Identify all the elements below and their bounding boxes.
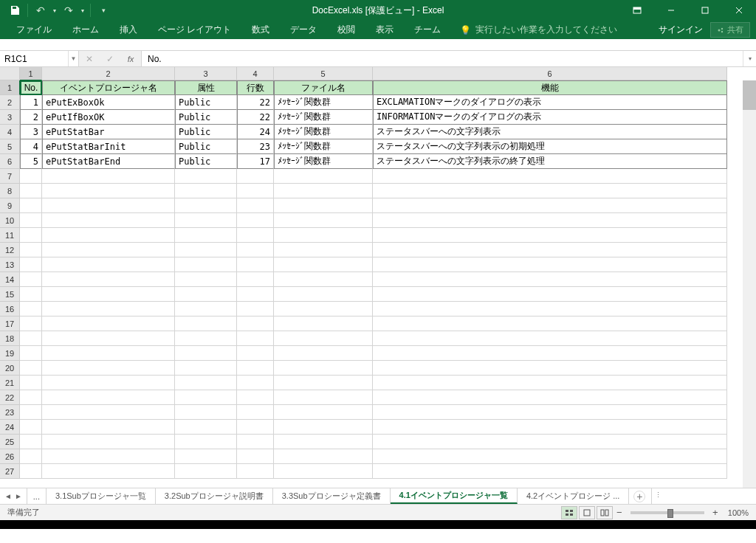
cell[interactable]: 2 — [20, 110, 42, 125]
row-header[interactable]: 12 — [0, 243, 20, 257]
row-header[interactable]: 17 — [0, 317, 20, 331]
row-header[interactable]: 7 — [0, 169, 20, 184]
cell[interactable] — [274, 228, 373, 243]
cell[interactable] — [42, 184, 175, 198]
cell[interactable] — [42, 317, 175, 331]
column-header[interactable]: 5 — [274, 67, 373, 80]
cell[interactable]: ステータスバーへの文字列表示の初期処理 — [373, 139, 727, 154]
cell[interactable]: 3 — [20, 125, 42, 139]
cell[interactable] — [373, 169, 727, 184]
cell[interactable]: Public — [175, 125, 237, 139]
cell[interactable] — [373, 464, 727, 479]
cell[interactable] — [237, 361, 274, 376]
cell[interactable] — [20, 464, 42, 479]
table-header-cell[interactable]: ファイル名 — [274, 80, 373, 95]
cell[interactable] — [237, 464, 274, 479]
cell[interactable] — [20, 243, 42, 257]
cell[interactable] — [175, 405, 237, 420]
row-header[interactable]: 27 — [0, 464, 20, 479]
cell[interactable] — [20, 361, 42, 376]
cell[interactable] — [274, 302, 373, 317]
cell[interactable] — [42, 420, 175, 435]
cell[interactable] — [274, 361, 373, 376]
cell[interactable] — [274, 346, 373, 361]
row-header[interactable]: 9 — [0, 198, 20, 213]
cell[interactable] — [175, 302, 237, 317]
sheet-nav-next-icon[interactable]: ► — [15, 492, 22, 500]
cell[interactable] — [42, 287, 175, 302]
cell[interactable] — [20, 272, 42, 287]
row-header[interactable]: 14 — [0, 272, 20, 287]
cell[interactable] — [175, 449, 237, 464]
cell[interactable]: Public — [175, 95, 237, 110]
cell[interactable] — [373, 272, 727, 287]
cell[interactable] — [274, 198, 373, 213]
column-header[interactable]: 3 — [175, 67, 237, 80]
scroll-thumb[interactable] — [743, 80, 756, 110]
redo-dropdown-icon[interactable]: ▼ — [79, 1, 86, 19]
table-header-cell[interactable]: 機能 — [373, 80, 727, 95]
cancel-formula-icon[interactable]: ✕ — [79, 51, 100, 66]
cell[interactable] — [42, 449, 175, 464]
column-header[interactable]: 4 — [237, 67, 274, 80]
sheet-tab-ellipsis[interactable]: ... — [27, 488, 47, 504]
sheet-tab[interactable]: 3.2Subプロシージャ説明書 — [156, 488, 273, 504]
cell[interactable] — [373, 213, 727, 228]
cell[interactable] — [237, 346, 274, 361]
cell[interactable] — [237, 435, 274, 449]
cell[interactable] — [175, 272, 237, 287]
cell[interactable] — [20, 420, 42, 435]
cell[interactable] — [274, 449, 373, 464]
cell[interactable] — [42, 169, 175, 184]
qat-customize-icon[interactable]: ▾ — [94, 1, 112, 19]
save-icon[interactable] — [6, 1, 24, 19]
ribbon-tab[interactable]: ページ レイアウト — [148, 21, 241, 39]
column-header[interactable]: 2 — [42, 67, 175, 80]
cell[interactable] — [42, 272, 175, 287]
row-header[interactable]: 1 — [0, 80, 20, 95]
row-header[interactable]: 2 — [0, 95, 20, 110]
cell[interactable] — [42, 405, 175, 420]
cell[interactable]: ﾒｯｾｰｼﾞ関数群 — [274, 95, 373, 110]
ribbon-tab[interactable]: 校閲 — [327, 21, 365, 39]
tell-me-search[interactable]: 💡 実行したい作業を入力してください — [460, 24, 617, 36]
cell[interactable]: Public — [175, 139, 237, 154]
cell[interactable] — [237, 198, 274, 213]
cell[interactable] — [20, 169, 42, 184]
cell[interactable] — [20, 287, 42, 302]
cell[interactable]: ePutIfBoxOK — [42, 110, 175, 125]
minimize-button[interactable] — [654, 0, 688, 21]
zoom-in-button[interactable]: + — [710, 507, 721, 518]
cell[interactable] — [237, 272, 274, 287]
tab-file[interactable]: ファイル — [6, 21, 62, 39]
cell[interactable] — [237, 317, 274, 331]
name-box[interactable] — [0, 54, 68, 64]
ribbon-tab[interactable]: 数式 — [241, 21, 280, 39]
row-header[interactable]: 6 — [0, 154, 20, 169]
cell[interactable]: 23 — [237, 139, 274, 154]
cell[interactable] — [42, 435, 175, 449]
sheet-tab[interactable]: 3.3Subプロシージャ定義書 — [273, 488, 391, 504]
cell[interactable] — [274, 317, 373, 331]
name-box-dropdown-icon[interactable]: ▼ — [68, 51, 78, 66]
row-header[interactable]: 20 — [0, 361, 20, 376]
cell[interactable] — [42, 228, 175, 243]
table-header-cell[interactable]: 行数 — [237, 80, 274, 95]
cell[interactable] — [274, 390, 373, 405]
cell[interactable]: 4 — [20, 139, 42, 154]
ribbon-tab[interactable]: ホーム — [62, 21, 109, 39]
cell[interactable] — [274, 405, 373, 420]
cell[interactable] — [237, 390, 274, 405]
row-header[interactable]: 11 — [0, 228, 20, 243]
cell[interactable] — [175, 435, 237, 449]
spreadsheet-grid[interactable]: 123456 123456789101112131415161718192021… — [0, 67, 756, 488]
cell[interactable] — [175, 213, 237, 228]
cell[interactable] — [274, 287, 373, 302]
horizontal-scrollbar[interactable]: ⋮ — [651, 488, 756, 504]
cell[interactable]: ﾒｯｾｰｼﾞ関数群 — [274, 125, 373, 139]
cell[interactable] — [237, 257, 274, 272]
cell[interactable] — [42, 213, 175, 228]
ribbon-tab[interactable]: チーム — [404, 21, 451, 39]
undo-dropdown-icon[interactable]: ▼ — [51, 1, 58, 19]
tab-scroll-icon[interactable]: ⋮ — [655, 491, 662, 499]
